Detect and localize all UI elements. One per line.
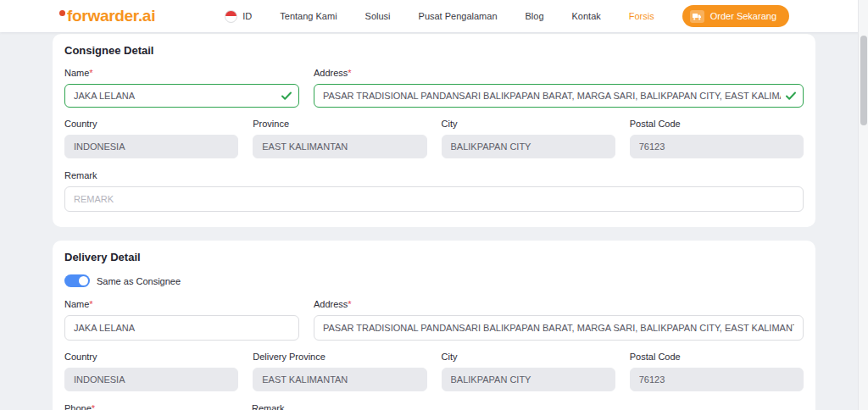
delivery-city-input <box>442 368 615 391</box>
truck-icon <box>690 10 704 23</box>
consignee-address-label: Address* <box>314 68 804 78</box>
consignee-city-input <box>442 135 615 158</box>
logo-dot-icon <box>59 10 65 16</box>
same-as-consignee-row: Same as Consignee <box>64 274 804 287</box>
same-as-consignee-toggle[interactable] <box>64 274 90 287</box>
nav-item-blog[interactable]: Blog <box>526 11 544 21</box>
delivery-remark-label: Remark <box>252 403 804 410</box>
consignee-country-label: Country <box>64 119 238 129</box>
required-asterisk: * <box>89 299 92 309</box>
language-code: ID <box>242 11 252 21</box>
delivery-postal-code-label: Postal Code <box>630 352 804 362</box>
nav-item-pusat-pengalaman[interactable]: Pusat Pengalaman <box>419 11 498 21</box>
order-button-label: Order Sekarang <box>710 11 776 21</box>
delivery-phone-label: Phone* <box>64 403 237 410</box>
consignee-name-label: Name* <box>64 68 299 78</box>
required-asterisk: * <box>92 403 95 410</box>
delivery-address-label: Address* <box>314 299 804 309</box>
vertical-scrollbar[interactable] <box>858 0 868 410</box>
consignee-address-input[interactable] <box>314 84 804 108</box>
delivery-province-input <box>253 368 426 391</box>
delivery-name-label: Name* <box>64 299 299 309</box>
nav-item-forsis[interactable]: Forsis <box>629 11 654 21</box>
nav-item-kontak[interactable]: Kontak <box>572 11 601 21</box>
logo-text: forwarder.ai <box>67 7 155 25</box>
required-asterisk: * <box>348 299 351 309</box>
consignee-province-label: Province <box>253 119 426 129</box>
delivery-card: Delivery Detail Same as Consignee Name* … <box>53 241 815 410</box>
delivery-address-input[interactable] <box>314 315 804 341</box>
order-sekarang-button[interactable]: Order Sekarang <box>682 5 789 27</box>
consignee-city-label: City <box>442 119 615 129</box>
consignee-postal-code-label: Postal Code <box>630 119 804 129</box>
logo[interactable]: forwarder.ai <box>59 7 155 25</box>
required-asterisk: * <box>89 68 92 78</box>
indonesia-flag-icon <box>225 10 237 23</box>
delivery-country-input <box>64 368 238 391</box>
consignee-remark-label: Remark <box>64 170 804 180</box>
consignee-section-title: Consignee Detail <box>64 44 804 57</box>
consignee-province-input <box>253 135 426 158</box>
delivery-name-input[interactable] <box>64 315 299 341</box>
delivery-city-label: City <box>442 352 615 362</box>
main-nav: ID Tentang Kami Solusi Pusat Pengalaman … <box>225 5 789 27</box>
same-as-consignee-label: Same as Consignee <box>97 276 181 286</box>
delivery-postal-code-input <box>630 368 804 391</box>
delivery-country-label: Country <box>64 352 238 362</box>
main-content: Consignee Detail Name* Address* Country <box>0 32 868 410</box>
nav-item-solusi[interactable]: Solusi <box>365 11 391 21</box>
required-asterisk: * <box>348 68 351 78</box>
consignee-country-input <box>64 135 238 158</box>
scrollbar-thumb[interactable] <box>860 36 867 125</box>
language-selector[interactable]: ID <box>225 10 252 23</box>
app-header: forwarder.ai ID Tentang Kami Solusi Pusa… <box>0 0 868 32</box>
consignee-card: Consignee Detail Name* Address* Country <box>53 34 815 227</box>
toggle-knob <box>79 276 88 285</box>
consignee-name-input[interactable] <box>64 84 299 108</box>
consignee-remark-input[interactable] <box>64 186 804 212</box>
delivery-province-label: Delivery Province <box>253 352 426 362</box>
delivery-section-title: Delivery Detail <box>64 251 804 263</box>
nav-item-tentang-kami[interactable]: Tentang Kami <box>280 11 337 21</box>
consignee-postal-code-input <box>630 135 804 158</box>
